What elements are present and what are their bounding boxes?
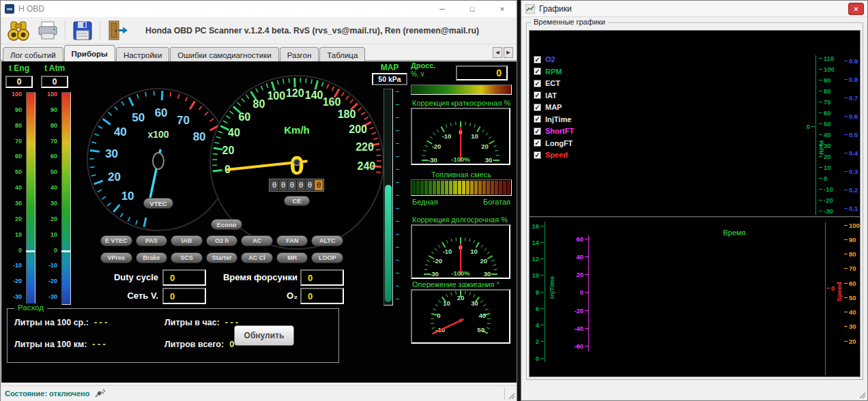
temp-scale-label: 10 [5, 231, 22, 238]
axis-tick: -40 [569, 325, 588, 332]
svg-text:20: 20 [222, 145, 235, 156]
axis-tick: 14 [530, 239, 544, 246]
legend-checkbox-ect[interactable]: ✓ [534, 80, 541, 87]
axis-tick: 70 [844, 265, 856, 272]
axis-tick: 0 [819, 175, 827, 181]
map-value: 50 kPa [372, 73, 407, 85]
temp-scale-label: 70 [41, 138, 57, 145]
close-button[interactable]: × [492, 2, 512, 16]
temp-scale-label: 50 [5, 168, 22, 175]
svg-text:10: 10 [471, 132, 478, 140]
connect-button[interactable] [6, 20, 31, 42]
resize-grip[interactable] [507, 391, 515, 400]
graphs-titlebar[interactable]: Графики × [521, 1, 867, 17]
save-button[interactable] [72, 20, 93, 42]
print-button[interactable] [37, 20, 59, 41]
engine-temp-value: 0 [5, 76, 33, 88]
indicator-pas: PAS [136, 235, 168, 246]
axis-tick: -20 [819, 196, 833, 203]
app-title: Honda OBD PC Scanner v.1.2.4 beta. RvS (… [145, 26, 479, 35]
legend-label: ECT [545, 79, 560, 87]
indicator-ac-cl: AC Cl [241, 252, 273, 263]
vtec-indicator: VTEC [143, 198, 173, 209]
toolbar: Honda OBD PC Scanner v.1.2.4 beta. RvS (… [1, 17, 517, 44]
long-trim-gauge: -30-20-100102030-100% [411, 224, 510, 279]
svg-text:180: 180 [338, 108, 356, 120]
resize-grip[interactable] [858, 391, 866, 399]
graphs-close-button[interactable]: × [848, 3, 864, 15]
tab-gauges[interactable]: Приборы [64, 45, 115, 61]
tab-event-log[interactable]: Лог событий [3, 47, 63, 63]
window-title: H OBD [18, 4, 44, 14]
consumption-group: Расход Литры на 100 ср.:- - -Литры в час… [7, 308, 339, 363]
legend-checkbox-map[interactable]: ✓ [534, 104, 541, 111]
exit-door-icon [106, 20, 130, 42]
tab-settings[interactable]: Настройки [116, 47, 169, 63]
indicator-brake: Brake [136, 252, 168, 263]
svg-text:10: 10 [470, 248, 478, 255]
temp-scale-label: 100 [5, 91, 22, 98]
legend-label: Speed [545, 151, 568, 159]
temp-scale-label: -10 [41, 262, 57, 269]
temp-scale-label: -20 [5, 278, 22, 284]
odometer-digit: 0 [288, 180, 296, 190]
mixture-segment [424, 181, 428, 194]
svg-text:10: 10 [443, 299, 450, 307]
svg-text:40: 40 [114, 125, 127, 138]
legend-checkbox-longft[interactable]: ✓ [534, 139, 541, 147]
maximize-button[interactable]: □ [462, 2, 482, 16]
legend-checkbox-o2[interactable]: ✓ [534, 56, 541, 63]
tab-acceleration[interactable]: Разгон [280, 47, 319, 63]
ce-button[interactable]: CE [284, 196, 310, 206]
readout-value: 0 [162, 288, 206, 304]
axis-tick: 0 [569, 289, 588, 296]
temp-scale-label: 50 [41, 168, 57, 175]
svg-text:140: 140 [305, 89, 323, 101]
mixture-segment [487, 181, 490, 194]
temp-scale-label: 10 [41, 231, 57, 238]
temp-scale-label: -20 [41, 278, 57, 284]
throttle-label: Дросс. [411, 61, 435, 70]
main-titlebar[interactable]: H OBD ─ □ × [1, 1, 517, 17]
axis-tick: 0.4 [844, 149, 858, 156]
legend-label: LongFT [545, 139, 573, 147]
odometer-digit: 0 [279, 180, 287, 190]
temp-scale-label: 20 [5, 216, 22, 222]
legend-checkbox-speed[interactable]: ✓ [534, 151, 541, 159]
axis-tick: 70 [819, 98, 831, 105]
axis-tick: 40 [819, 131, 831, 138]
indicator-e-vtec: E VTEC [100, 235, 132, 246]
legend-checkbox-iat[interactable]: ✓ [534, 91, 541, 99]
tab-table[interactable]: Таблица [319, 47, 365, 63]
svg-text:Km/h: Km/h [284, 124, 310, 136]
axis-tick: 100 [844, 222, 860, 228]
legend-checkbox-shortft[interactable]: ✓ [534, 128, 541, 135]
consumption-item: Литры на 100 ср.:- - - [14, 316, 107, 328]
svg-text:50: 50 [132, 111, 145, 124]
temp-scale-label: 100 [41, 91, 57, 98]
tab-scroll-left-button[interactable]: ◀ [493, 47, 502, 58]
tab-self-diagnostics[interactable]: Ошибки самодиагностики [170, 47, 278, 63]
axis-tick: 60 [569, 235, 588, 242]
legend-item-injtime: ✓InjTime [534, 115, 574, 123]
tab-scroll-right-button[interactable]: ▶ [504, 47, 513, 58]
reset-consumption-button[interactable]: Обнулить [234, 325, 294, 346]
toolbar-separator [100, 21, 100, 40]
legend-checkbox-injtime[interactable]: ✓ [534, 115, 541, 123]
legend-checkbox-rpm[interactable]: ✓ [534, 68, 541, 75]
mixture-segment [412, 181, 416, 194]
temp-scale-label: 80 [5, 122, 22, 129]
axis-tick: 60 [844, 280, 856, 286]
short-trim-gauge: -30-20-100102030-100% [411, 108, 510, 165]
exit-button[interactable] [106, 20, 130, 42]
ambient-temp-label: t Atm [38, 63, 71, 73]
temp-scale-label: -30 [5, 293, 22, 300]
minimize-button[interactable]: ─ [432, 2, 452, 16]
throttle-gradient-bar [411, 85, 512, 95]
svg-text:-100%: -100% [451, 269, 470, 277]
axis-tick: -10 [819, 185, 833, 192]
chart-divider[interactable] [530, 216, 860, 218]
svg-text:-30: -30 [428, 156, 437, 164]
map-label: MAP [373, 63, 407, 72]
speed-current-value: 0 [826, 284, 835, 291]
